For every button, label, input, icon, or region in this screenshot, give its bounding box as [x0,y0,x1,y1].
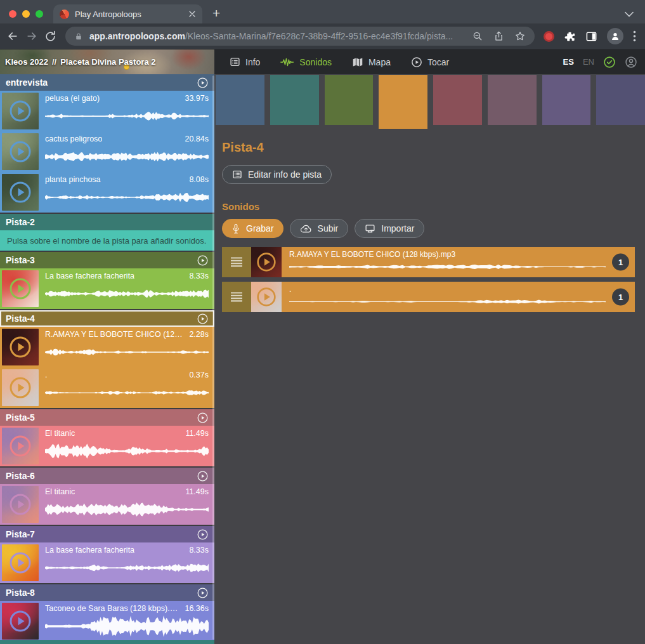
upload-button[interactable]: Subir [290,219,349,238]
track-header[interactable]: entrevista [0,74,214,91]
record-indicator-icon[interactable] [544,31,554,42]
track-header[interactable]: Pista-2 [0,214,214,230]
play-overlay-icon[interactable] [2,428,39,464]
sound-thumbnail[interactable] [2,270,39,307]
tab-tocar[interactable]: Tocar [411,56,449,68]
play-overlay-icon[interactable] [2,369,39,406]
sound-item[interactable]: El titanic 11.49s [0,426,214,466]
sound-item[interactable]: La base fachera facherita 8.33s [0,542,214,583]
track-color-swatch[interactable] [379,75,427,129]
drag-handle-icon[interactable] [222,282,251,312]
play-overlay-icon[interactable] [2,174,39,211]
tab-info[interactable]: Info [230,56,260,67]
track-play-icon[interactable] [197,77,209,89]
sound-duration: 33.97s [185,94,209,103]
extensions-puzzle-icon[interactable] [564,30,576,43]
drag-handle-icon[interactable] [222,247,251,277]
sound-item[interactable]: . 0.37s [0,367,214,408]
bookmark-star-icon[interactable] [514,30,526,42]
edit-track-info-button[interactable]: Editar info de pista [222,165,332,184]
breadcrumb-project[interactable]: Kleos 2022 [5,57,48,67]
sound-thumbnail[interactable] [2,174,39,211]
sound-title: planta pinchosa [45,175,101,185]
back-icon[interactable] [6,30,19,43]
sound-thumbnail[interactable] [251,282,282,312]
sound-item[interactable]: Taconeo de Sara Baras (128 kbps).mp3 16.… [0,601,214,641]
sound-thumbnail[interactable] [2,603,39,640]
lang-es-button[interactable]: ES [563,57,574,67]
record-button[interactable]: Grabar [222,219,283,238]
sound-thumbnail[interactable] [2,369,39,406]
sound-row[interactable]: . 1 [222,282,635,312]
track-header[interactable]: Pista-8 [0,584,214,601]
track-play-icon[interactable] [197,587,209,599]
track-header[interactable]: Pista-5 [0,409,214,426]
tab-close-icon[interactable] [188,10,196,18]
sound-item[interactable]: planta pinchosa 8.08s [0,172,214,213]
play-overlay-icon[interactable] [2,133,39,170]
track-play-icon[interactable] [197,529,209,541]
play-overlay-icon[interactable] [251,247,282,277]
sound-title: El titanic [45,429,75,438]
close-window-button[interactable] [9,10,16,18]
track-color-swatch[interactable] [325,75,374,125]
scene-header-image[interactable]: Kleos 2022 // Placeta Divina Pastora 2 [0,49,214,74]
minimize-window-button[interactable] [22,10,30,18]
track-header[interactable]: Pista-7 [0,526,214,542]
track-color-swatch[interactable] [488,75,537,125]
tab-sonidos[interactable]: Sonidos [280,57,332,67]
share-icon[interactable] [493,30,504,42]
tab-mapa[interactable]: Mapa [352,57,391,67]
zoom-window-button[interactable] [36,10,43,18]
sound-item[interactable]: cactus peligroso 20.84s [0,131,214,172]
breadcrumb-scene[interactable]: Placeta Divina Pastora 2 [60,57,155,67]
play-overlay-icon[interactable] [251,282,282,312]
track-color-swatch[interactable] [270,75,319,125]
sound-thumbnail[interactable] [2,428,39,464]
sound-item[interactable]: R.AMAYA Y EL BOBOTE CHICO (128 kbps)....… [0,327,214,367]
sound-row[interactable]: R.AMAYA Y EL BOBOTE CHICO (128 kbps).mp3… [222,247,635,277]
track-header[interactable]: Pista-3 [0,252,214,268]
zoom-out-icon[interactable] [472,30,483,42]
url-bar[interactable]: app.antropoloops.com/Kleos-Santa-Marina/… [65,27,535,46]
breadcrumb-separator: // [52,57,56,67]
play-overlay-icon[interactable] [2,544,39,581]
play-overlay-icon[interactable] [2,270,39,307]
sound-thumbnail[interactable] [2,329,39,365]
reload-icon[interactable] [44,30,56,43]
account-icon[interactable] [625,56,637,69]
track-header[interactable]: Pista-6 [0,468,214,484]
track-header[interactable]: Pista-4 [0,310,214,327]
browser-menu-kebab-icon[interactable] [633,30,636,42]
sound-thumbnail[interactable] [2,544,39,581]
track-color-swatch[interactable] [542,75,591,125]
track-color-swatch[interactable] [216,75,264,125]
track-play-icon[interactable] [197,412,209,424]
import-button[interactable]: Importar [355,219,424,238]
lang-en-button[interactable]: EN [583,57,594,67]
sound-duration: 8.33s [189,546,209,555]
browser-tab[interactable]: Play Antropoloops [53,4,202,23]
sound-thumbnail[interactable] [251,247,282,277]
side-panel-icon[interactable] [585,30,597,43]
browser-profile-avatar[interactable] [607,28,623,44]
sound-thumbnail[interactable] [2,486,39,523]
tab-search-chevron-icon[interactable] [625,11,634,17]
sound-item[interactable]: pelusa (el gato) 33.97s [0,91,214,131]
sound-thumbnail[interactable] [2,93,39,129]
play-overlay-icon[interactable] [2,486,39,523]
track-color-swatch[interactable] [433,75,482,125]
sound-thumbnail[interactable] [2,133,39,170]
play-overlay-icon[interactable] [2,329,39,365]
play-overlay-icon[interactable] [2,93,39,129]
new-tab-button[interactable]: + [212,6,220,20]
track-play-icon[interactable] [197,470,209,482]
track-play-icon[interactable] [197,254,209,266]
forward-icon[interactable] [25,30,38,43]
sound-item[interactable]: La base fachera facherita 8.33s [0,268,214,309]
track-color-swatch[interactable] [596,75,645,125]
sound-item[interactable]: El titanic 11.49s [0,484,214,525]
tab-info-label: Info [245,57,260,67]
track-play-icon[interactable] [197,313,209,325]
play-overlay-icon[interactable] [2,603,39,640]
